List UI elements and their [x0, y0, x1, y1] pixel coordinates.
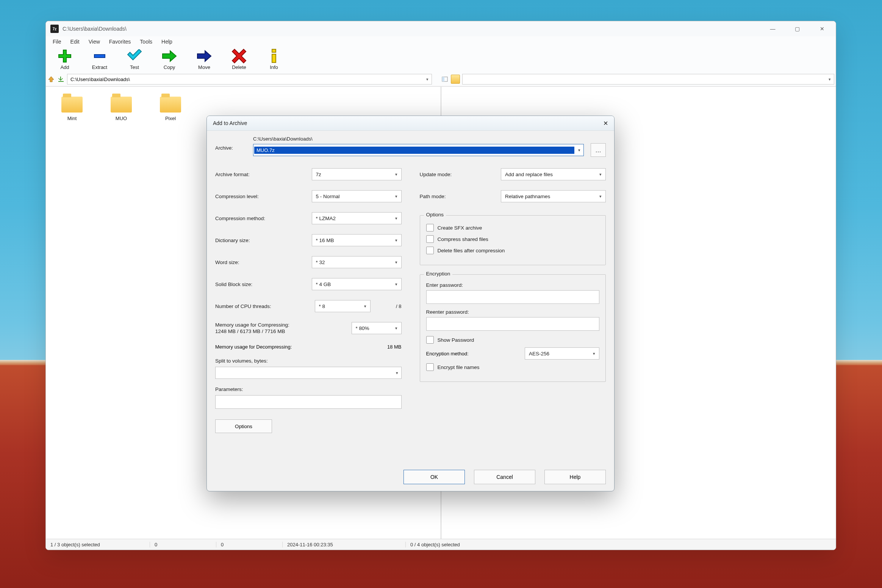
options-button[interactable]: Options — [215, 419, 272, 433]
checkbox-icon — [426, 224, 434, 231]
folder-icon[interactable] — [451, 75, 460, 84]
toolbar-delete[interactable]: Delete — [227, 49, 251, 70]
checkbox-icon — [426, 235, 434, 243]
mem-decompress-value: 18 MB — [387, 344, 402, 350]
cancel-button[interactable]: Cancel — [474, 470, 535, 484]
checkbox-icon — [426, 363, 434, 371]
minus-icon — [91, 49, 108, 63]
mem-compress-label: Memory usage for Compressing: 1248 MB / … — [215, 322, 347, 335]
minimize-button[interactable]: — — [760, 21, 785, 36]
dictionary-size-select[interactable]: * 16 MB▾ — [312, 234, 402, 246]
close-button[interactable]: ✕ — [810, 21, 834, 36]
solid-block-select[interactable]: * 4 GB▾ — [312, 278, 402, 290]
compression-level-select[interactable]: 5 - Normal▾ — [312, 190, 402, 202]
reenter-password-label: Reenter password: — [426, 309, 600, 315]
show-password-checkbox[interactable]: Show Password — [426, 336, 600, 344]
compress-shared-checkbox[interactable]: Compress shared files — [426, 235, 600, 243]
x-icon — [231, 49, 247, 63]
folder-icon — [111, 97, 132, 113]
folder-item[interactable]: Pixel — [157, 97, 184, 121]
cpu-threads-select[interactable]: * 8▾ — [315, 300, 371, 312]
archive-format-select[interactable]: 7z▾ — [312, 168, 402, 180]
plus-icon — [56, 49, 73, 63]
up-icon[interactable] — [47, 75, 55, 83]
path-mode-label: Path mode: — [420, 194, 497, 199]
chevron-down-icon: ▾ — [426, 77, 428, 82]
compression-method-label: Compression method: — [215, 216, 307, 221]
address-input-right[interactable]: ▾ — [462, 74, 834, 84]
help-button[interactable]: Help — [544, 470, 606, 484]
folder-icon — [160, 97, 181, 113]
encryption-method-label: Encryption method: — [426, 351, 469, 357]
enter-password-input[interactable] — [426, 290, 600, 304]
menu-help[interactable]: Help — [158, 38, 176, 45]
app-icon: 7z — [50, 25, 59, 33]
split-volumes-input[interactable]: ▾ — [215, 367, 402, 379]
split-volumes-label: Split to volumes, bytes: — [215, 358, 402, 364]
status-timestamp: 2024-11-16 00:23:35 — [283, 542, 406, 547]
folder-item[interactable]: MUO — [108, 97, 134, 121]
menu-file[interactable]: File — [49, 38, 65, 45]
maximize-button[interactable]: ▢ — [785, 21, 810, 36]
address-input-left[interactable]: C:\Users\baxia\Downloads\ ▾ — [67, 74, 432, 84]
check-icon — [126, 49, 143, 63]
encryption-fieldset: Encryption Enter password: Reenter passw… — [420, 274, 606, 382]
checkbox-icon — [426, 336, 434, 344]
toolbar-test[interactable]: Test — [122, 49, 147, 70]
options-fieldset: Options Create SFX archive Compress shar… — [420, 215, 606, 265]
archive-label: Archive: — [215, 136, 246, 151]
menu-favorites[interactable]: Favorites — [105, 38, 135, 45]
create-sfx-checkbox[interactable]: Create SFX archive — [426, 224, 600, 231]
path-mode-select[interactable]: Relative pathnames▾ — [501, 190, 606, 202]
mem-compress-select[interactable]: * 80%▾ — [352, 322, 402, 334]
toolbar-info[interactable]: Info — [262, 49, 286, 70]
reenter-password-input[interactable] — [426, 317, 600, 331]
word-size-label: Word size: — [215, 260, 307, 265]
cpu-threads-max: / 8 — [375, 303, 402, 309]
svg-rect-2 — [272, 54, 276, 63]
update-mode-select[interactable]: Add and replace files▾ — [501, 168, 606, 180]
archive-format-label: Archive format: — [215, 172, 307, 177]
svg-rect-1 — [272, 49, 276, 52]
pane-toggle-icon[interactable] — [441, 75, 449, 83]
info-icon — [266, 49, 282, 63]
browse-button[interactable]: ... — [591, 143, 606, 157]
menu-tools[interactable]: Tools — [136, 38, 156, 45]
update-mode-label: Update mode: — [420, 172, 497, 177]
cpu-threads-label: Number of CPU threads: — [215, 303, 310, 309]
menu-view[interactable]: View — [85, 38, 104, 45]
toolbar-move[interactable]: Move — [192, 49, 216, 70]
encryption-method-select[interactable]: AES-256▾ — [525, 347, 599, 360]
solid-block-label: Solid Block size: — [215, 281, 307, 287]
window-title: C:\Users\baxia\Downloads\ — [63, 26, 127, 32]
download-icon[interactable] — [57, 75, 65, 83]
ok-button[interactable]: OK — [403, 470, 465, 484]
toolbar-copy[interactable]: Copy — [157, 49, 181, 70]
parameters-input[interactable] — [215, 395, 402, 409]
svg-rect-5 — [442, 77, 444, 81]
status-cell: 0 — [216, 542, 283, 547]
word-size-select[interactable]: * 32▾ — [312, 256, 402, 268]
encrypt-filenames-checkbox[interactable]: Encrypt file names — [426, 363, 600, 371]
mem-decompress-label: Memory usage for Decompressing: — [215, 344, 292, 350]
arrow-right-green-icon — [161, 49, 178, 63]
dialog-close-button[interactable]: ✕ — [601, 118, 610, 128]
toolbar-add[interactable]: Add — [53, 49, 77, 70]
archive-filename-input[interactable]: MUO.7z ▾ — [253, 144, 584, 156]
status-cell: 0 — [150, 542, 216, 547]
parameters-label: Parameters: — [215, 386, 402, 392]
dialog-title: Add to Archive — [213, 120, 247, 126]
dictionary-size-label: Dictionary size: — [215, 238, 307, 243]
compression-method-select[interactable]: * LZMA2▾ — [312, 212, 402, 224]
checkbox-icon — [426, 247, 434, 254]
toolbar-extract[interactable]: Extract — [88, 49, 112, 70]
folder-item[interactable]: Mint — [59, 97, 85, 121]
svg-rect-3 — [58, 81, 64, 82]
svg-rect-0 — [94, 55, 105, 58]
statusbar: 1 / 3 object(s) selected 0 0 2024-11-16 … — [46, 539, 836, 550]
delete-after-checkbox[interactable]: Delete files after compression — [426, 247, 600, 254]
arrow-right-blue-icon — [196, 49, 213, 63]
add-to-archive-dialog: Add to Archive ✕ Archive: C:\Users\baxia… — [206, 116, 615, 491]
menu-edit[interactable]: Edit — [67, 38, 83, 45]
dialog-titlebar: Add to Archive ✕ — [207, 116, 614, 131]
